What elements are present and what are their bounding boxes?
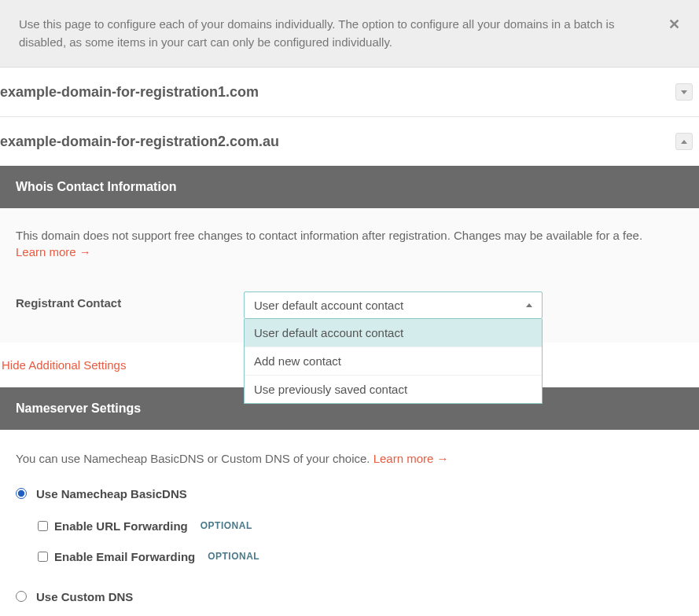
custom-dns-label: Use Custom DNS: [36, 590, 133, 603]
url-forwarding-label: Enable URL Forwarding: [54, 519, 188, 533]
basic-dns-radio[interactable]: [16, 488, 27, 499]
custom-dns-radio-row[interactable]: Use Custom DNS: [16, 590, 683, 603]
domain-name-2: example-domain-for-registration2.com.au: [0, 134, 279, 150]
email-forwarding-label: Enable Email Forwarding: [54, 550, 195, 563]
registrant-contact-dropdown[interactable]: User default account contact User defaul…: [244, 292, 543, 319]
email-forwarding-checkbox[interactable]: [38, 552, 48, 562]
arrow-right-icon: →: [436, 452, 448, 465]
notice-bar: Use this page to configure each of your …: [0, 0, 699, 68]
whois-info-text: This domain does not support free change…: [16, 227, 683, 245]
dropdown-option-saved[interactable]: Use previously saved contact: [245, 376, 542, 403]
domain-row-1[interactable]: example-domain-for-registration1.com: [0, 68, 699, 117]
dropdown-option-add-new[interactable]: Add new contact: [245, 347, 542, 376]
custom-dns-radio[interactable]: [16, 591, 27, 602]
dropdown-option-default[interactable]: User default account contact: [245, 319, 542, 347]
nameserver-intro-text: You can use Namecheap BasicDNS or Custom…: [16, 452, 373, 465]
whois-learn-more-link[interactable]: Learn more →: [16, 245, 91, 258]
url-forwarding-row[interactable]: Enable URL Forwarding OPTIONAL: [38, 519, 683, 533]
nameserver-learn-more-link[interactable]: Learn more →: [373, 452, 449, 465]
collapse-toggle-2[interactable]: [675, 133, 693, 150]
chevron-down-icon: [681, 90, 687, 94]
whois-section-header: Whois Contact Information: [0, 166, 699, 208]
domain-name-1: example-domain-for-registration1.com: [0, 84, 259, 101]
close-icon[interactable]: ✕: [668, 16, 680, 33]
optional-tag: OPTIONAL: [201, 520, 252, 531]
registrant-contact-row: Registrant Contact User default account …: [16, 292, 683, 319]
expand-toggle-1[interactable]: [675, 83, 693, 101]
notice-text: Use this page to configure each of your …: [19, 16, 653, 51]
registrant-contact-label: Registrant Contact: [16, 292, 244, 310]
email-forwarding-row[interactable]: Enable Email Forwarding OPTIONAL: [38, 550, 683, 563]
arrow-right-icon: →: [79, 245, 91, 258]
url-forwarding-checkbox[interactable]: [38, 521, 48, 531]
dropdown-selected-value: User default account contact: [254, 299, 403, 312]
whois-section-body: This domain does not support free change…: [0, 208, 699, 343]
basic-dns-label: Use Namecheap BasicDNS: [36, 487, 187, 500]
learn-more-label: Learn more: [373, 452, 434, 465]
dropdown-menu: User default account contact Add new con…: [244, 319, 543, 404]
dropdown-trigger[interactable]: User default account contact: [244, 292, 543, 319]
nameserver-intro: You can use Namecheap BasicDNS or Custom…: [16, 452, 683, 465]
nameserver-section-body: You can use Namecheap BasicDNS or Custom…: [0, 430, 699, 617]
basic-dns-radio-row[interactable]: Use Namecheap BasicDNS: [16, 487, 683, 500]
chevron-up-icon: [526, 303, 532, 307]
chevron-up-icon: [681, 140, 687, 144]
domain-row-2[interactable]: example-domain-for-registration2.com.au: [0, 117, 699, 166]
optional-tag: OPTIONAL: [208, 551, 259, 562]
learn-more-label: Learn more: [16, 245, 76, 258]
